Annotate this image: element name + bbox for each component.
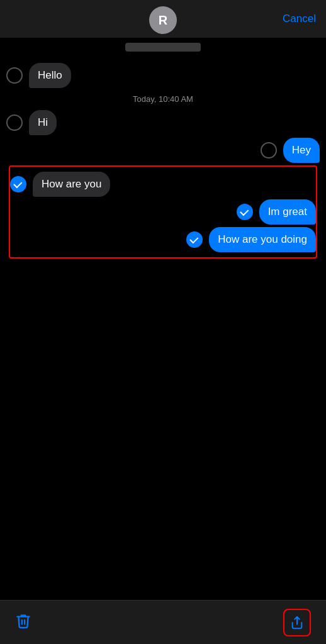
- bubble-msg6: How are you doing: [209, 227, 316, 252]
- select-circle-msg1[interactable]: [6, 67, 23, 84]
- list-item: Hey: [6, 138, 320, 163]
- selection-box: How are you Im great How are you doing: [9, 165, 317, 258]
- select-circle-msg4[interactable]: [10, 176, 26, 192]
- share-icon: [290, 616, 304, 630]
- list-item: Im great: [10, 199, 316, 225]
- list-item: Hi: [6, 110, 320, 135]
- header: R Cancel: [0, 0, 326, 38]
- list-item: How are you doing: [10, 227, 316, 252]
- bubble-msg1: Hello: [29, 63, 71, 88]
- select-circle-msg6[interactable]: [186, 231, 203, 248]
- timestamp: Today, 10:40 AM: [6, 94, 320, 104]
- share-button[interactable]: [283, 609, 311, 636]
- message-list: Hello Today, 10:40 AM Hi Hey How are you: [0, 57, 326, 265]
- bubble-msg2: Hi: [29, 110, 57, 135]
- bottom-toolbar: [0, 600, 326, 644]
- list-item: Hello: [6, 63, 320, 88]
- select-circle-msg2[interactable]: [6, 114, 23, 131]
- cancel-button[interactable]: Cancel: [283, 13, 316, 25]
- avatar: R: [149, 6, 177, 34]
- trash-icon: [15, 613, 31, 629]
- select-circle-msg3[interactable]: [261, 142, 277, 158]
- bubble-msg4: How are you: [33, 172, 110, 197]
- list-item: How are you: [10, 172, 316, 197]
- bubble-msg3: Hey: [283, 138, 320, 163]
- delete-button[interactable]: [15, 613, 31, 633]
- select-circle-msg5[interactable]: [237, 204, 253, 220]
- bubble-msg5: Im great: [259, 199, 316, 225]
- contact-name-bar: [125, 43, 201, 52]
